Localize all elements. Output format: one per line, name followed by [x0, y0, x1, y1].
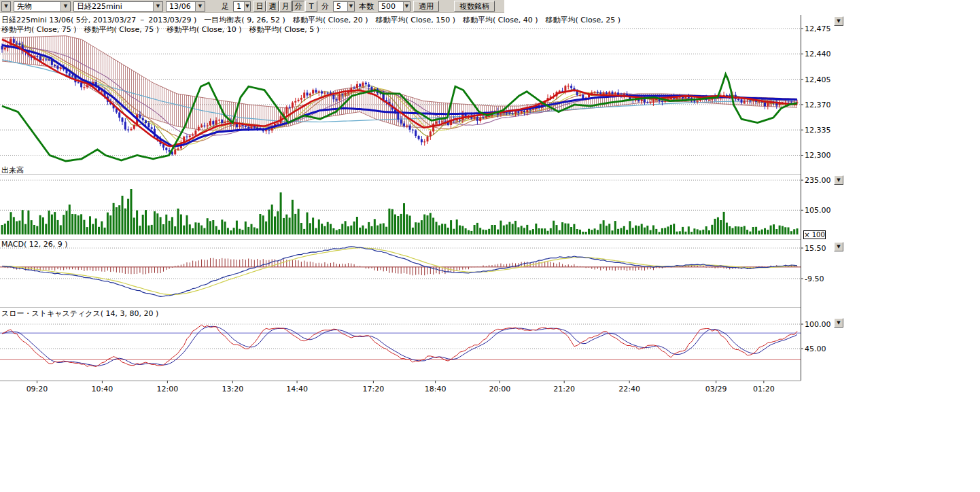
- apply-button[interactable]: 適用: [413, 1, 439, 12]
- volume-axis-label: 235.00: [805, 176, 831, 185]
- ichimoku-cloud: [2, 36, 797, 131]
- macd-pane-title: MACD( 12, 26, 9 ): [1, 240, 68, 249]
- x-axis-label: 10:40: [92, 385, 113, 393]
- x-axis-label: 13:20: [222, 385, 243, 393]
- asset-class-select[interactable]: 先物 ▼: [14, 1, 71, 12]
- chevron-down-icon: ▼: [195, 2, 205, 11]
- left-edge-dropdown-stub[interactable]: ▼: [1, 1, 11, 12]
- chevron-down-icon: ▼: [2, 2, 10, 11]
- multi-symbol-button[interactable]: 複数銘柄: [454, 1, 495, 12]
- bar-type-label: 足: [222, 1, 229, 12]
- period-button-日[interactable]: 日: [253, 1, 266, 12]
- macd-axis-label: 15.50: [805, 244, 826, 253]
- x-axis-label: 09:20: [27, 385, 48, 393]
- bar-count-select[interactable]: 500 ▼: [378, 1, 410, 12]
- toolbar: ▼ 先物 ▼ 日経225mini ▼ 13/06 ▼ 足 1 ▼ 日週月分T 分…: [0, 0, 504, 13]
- trading-app-window: 12,47512,44012,40512,37012,33512,300235.…: [0, 0, 980, 492]
- contract-month-value: 13/06: [167, 2, 195, 11]
- chevron-down-icon: ▼: [403, 2, 410, 11]
- bar-count-value: 500: [379, 2, 403, 11]
- period-button-分[interactable]: 分: [292, 1, 304, 12]
- bar-count-label: 本数: [359, 1, 374, 12]
- price-axis-label: 12,440: [805, 50, 831, 58]
- stoch-axis-label: 45.00: [805, 345, 826, 353]
- x-axis-label: 21:20: [553, 385, 575, 393]
- indicator-legend-line-1: 日経225mini 13/06( 5分, 2013/03/27 － 2013/0…: [1, 16, 620, 24]
- x-axis-label: 17:20: [363, 385, 385, 393]
- price-axis-label: 12,335: [805, 126, 831, 135]
- bar-unit-value: 1: [234, 2, 244, 11]
- minute-interval-value: 5: [334, 2, 347, 11]
- price-axis-label: 12,300: [805, 151, 831, 160]
- stochastics-pane-title: スロー・ストキャスティクス( 14, 3, 80, 20 ): [1, 309, 158, 318]
- pane-menu-button-macd[interactable]: ▼: [834, 242, 843, 251]
- x-axis-label: 03/29: [705, 385, 727, 393]
- chart-canvas[interactable]: 12,47512,44012,40512,37012,33512,300235.…: [0, 0, 844, 404]
- chevron-down-icon: ▼: [153, 2, 162, 11]
- indicator-legend-line-2: 移動平均( Close, 75 ) 移動平均( Close, 75 ) 移動平均…: [1, 25, 319, 34]
- x-axis-label: 14:40: [286, 385, 308, 393]
- asset-class-value: 先物: [14, 2, 60, 11]
- bar-unit-select[interactable]: 1 ▼: [233, 1, 251, 12]
- stoch-percent-k-line: [2, 325, 797, 366]
- price-axis-label: 12,475: [805, 24, 831, 33]
- symbol-select[interactable]: 日経225mini ▼: [73, 1, 163, 12]
- minute-interval-select[interactable]: 5 ▼: [333, 1, 355, 12]
- period-button-T[interactable]: T: [305, 1, 317, 12]
- macd-signal-line: [2, 248, 797, 295]
- chevron-down-icon: ▼: [347, 2, 354, 11]
- chevron-down-icon: ▼: [244, 2, 250, 11]
- x-axis-label: 01:20: [753, 385, 775, 393]
- symbol-value: 日経225mini: [74, 2, 153, 11]
- volume-pane-title: 出来高: [1, 166, 24, 175]
- macd-axis-label: -9.50: [805, 275, 824, 283]
- price-axis-label: 12,370: [805, 101, 831, 109]
- chevron-down-icon: ▼: [60, 2, 70, 11]
- stoch-axis-label: 100.00: [805, 320, 831, 329]
- contract-month-select[interactable]: 13/06 ▼: [166, 1, 205, 12]
- period-button-週[interactable]: 週: [266, 1, 279, 12]
- minute-label: 分: [321, 1, 329, 12]
- x-axis-label: 18:40: [425, 385, 447, 393]
- volume-multiplier-badge: × 100: [803, 230, 826, 239]
- x-axis-label: 22:40: [618, 385, 640, 393]
- pane-menu-button-volume[interactable]: ▼: [834, 175, 843, 185]
- volume-bars: [1, 189, 799, 234]
- x-axis-label: 12:00: [157, 385, 179, 393]
- x-axis-label: 20:00: [489, 385, 511, 393]
- period-button-group: 日週月分T: [253, 1, 317, 12]
- volume-axis-label: 105.00: [805, 206, 831, 215]
- pane-menu-button-price[interactable]: ▼: [834, 16, 843, 26]
- period-button-月[interactable]: 月: [279, 1, 292, 12]
- pane-menu-button-stochastics[interactable]: ▼: [834, 318, 843, 328]
- price-axis-label: 12,405: [805, 75, 831, 84]
